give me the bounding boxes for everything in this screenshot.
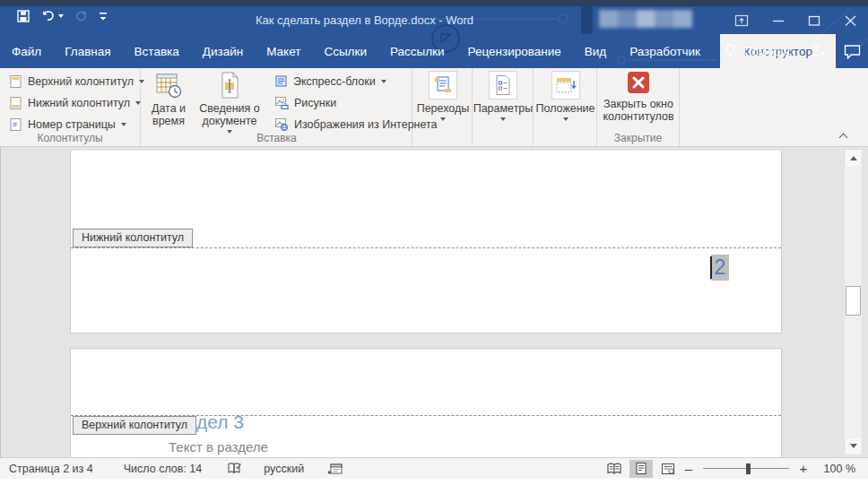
save-button[interactable]	[16, 9, 30, 23]
ribbon: Верхний колонтитул Нижний колонтитул #	[0, 68, 868, 147]
options-label: Параметры	[473, 102, 534, 115]
tab-insert[interactable]: Вставка	[123, 34, 191, 68]
position-button[interactable]: Положение	[534, 71, 597, 121]
read-mode-icon	[606, 463, 622, 475]
navigation-button[interactable]: Переходы	[413, 71, 473, 121]
zoom-in-button[interactable]: +	[798, 461, 809, 476]
undo-button[interactable]	[41, 10, 64, 22]
web-layout-button[interactable]	[656, 460, 680, 478]
footer-button[interactable]: Нижний колонтитул	[4, 93, 150, 112]
word-count[interactable]: Число слов: 14	[115, 463, 212, 475]
section-body-text[interactable]: Текст в разделе	[169, 439, 268, 455]
customize-qat-button[interactable]	[99, 11, 108, 22]
word-window: Как сделать раздел в Ворде.docx - Word	[0, 0, 868, 485]
dropdown-caret-icon	[381, 80, 386, 83]
language-indicator[interactable]: русский	[255, 463, 313, 475]
group-label: Вставка	[142, 132, 412, 144]
share-person-icon[interactable]	[808, 43, 826, 59]
page-number-field[interactable]: 2	[711, 255, 729, 281]
document-info-label: Сведения о документе	[194, 102, 265, 127]
status-bar-right: – + 100 %	[603, 460, 868, 478]
app-header: Как сделать раздел в Ворде.docx - Word	[0, 6, 868, 68]
header-button[interactable]: Верхний колонтитул	[4, 72, 150, 91]
proofing-status[interactable]	[218, 462, 251, 475]
tab-design[interactable]: Дизайн	[191, 34, 255, 68]
group-insert: Дата и время Сведения о документе	[142, 68, 412, 146]
footer-tag: Нижний колонтитул	[73, 229, 193, 247]
position-label: Положение	[535, 102, 595, 115]
undo-caret-icon	[58, 14, 64, 18]
page-2[interactable]: Раздел 3 Верхний колонтитул Текст в разд…	[70, 348, 782, 457]
position-icon	[551, 71, 580, 100]
minimize-button[interactable]	[772, 13, 785, 28]
maximize-button[interactable]	[808, 13, 820, 28]
header-button-label: Верхний колонтитул	[28, 75, 134, 88]
document-info-button[interactable]: Сведения о документе	[194, 71, 265, 134]
close-header-footer-label: Закрыть окно колонтитулов	[597, 98, 680, 123]
zoom-slider[interactable]	[703, 463, 789, 475]
footer-icon	[9, 96, 22, 110]
date-time-button[interactable]: Дата и время	[145, 71, 192, 127]
undo-icon	[41, 10, 56, 22]
header-tag: Верхний колонтитул	[73, 416, 196, 435]
group-headers-footers: Верхний колонтитул Нижний колонтитул #	[0, 68, 141, 146]
page-number-button[interactable]: # Номер страницы	[4, 115, 150, 134]
save-icon	[16, 9, 30, 23]
zoom-percentage[interactable]: 100 %	[812, 463, 855, 475]
options-button[interactable]: Параметры	[473, 71, 534, 121]
comments-icon[interactable]	[844, 44, 861, 59]
pictures-icon	[274, 96, 289, 109]
tab-developer[interactable]: Разработчик	[618, 34, 712, 68]
web-layout-icon	[661, 463, 675, 475]
navigation-label: Переходы	[417, 102, 470, 115]
print-layout-icon	[635, 462, 647, 475]
ribbon-display-options-button[interactable]	[734, 13, 749, 28]
dropdown-caret-icon	[135, 101, 141, 105]
text-cursor	[710, 256, 712, 279]
group-options: Параметры	[473, 68, 534, 146]
tell-me-helper[interactable]: Помощн	[725, 43, 790, 59]
close-header-footer-button[interactable]: Закрыть окно колонтитулов	[597, 71, 680, 123]
helper-label: Помощн	[742, 45, 790, 58]
quick-access-toolbar	[16, 9, 108, 23]
close-button[interactable]	[844, 13, 857, 28]
macro-recording-button[interactable]	[318, 463, 352, 475]
customize-qat-icon	[99, 11, 108, 22]
online-pictures-icon	[274, 117, 289, 131]
document-info-icon	[218, 71, 241, 100]
collapse-ribbon-button[interactable]	[839, 132, 846, 139]
dropdown-caret-icon	[121, 123, 126, 126]
dropdown-caret-icon	[563, 117, 569, 121]
dropdown-caret-icon	[500, 117, 506, 121]
proofing-book-icon	[227, 462, 242, 475]
vertical-scrollbar[interactable]	[844, 149, 863, 455]
header-icon	[9, 74, 22, 89]
tab-view[interactable]: Вид	[573, 34, 618, 68]
tab-layout[interactable]: Макет	[255, 34, 312, 68]
window-controls	[734, 6, 857, 34]
document-title: Как сделать раздел в Ворде.docx - Word	[256, 13, 473, 27]
tab-references[interactable]: Ссылки	[312, 34, 378, 68]
page-indicator[interactable]: Страница 2 из 4	[0, 463, 102, 475]
document-workspace[interactable]: Нижний колонтитул 2 Раздел 3 Верхний кол…	[0, 147, 868, 457]
zoom-out-button[interactable]: –	[683, 461, 694, 476]
pictures-label: Рисунки	[294, 97, 336, 109]
tab-file[interactable]: Файл	[0, 34, 53, 68]
scrollbar-thumb[interactable]	[846, 286, 861, 316]
zoom-slider-thumb[interactable]	[746, 463, 751, 474]
print-layout-button[interactable]	[629, 460, 653, 478]
date-time-label: Дата и время	[145, 102, 192, 127]
quick-parts-label: Экспресс-блоки	[293, 75, 376, 88]
close-header-footer-icon	[627, 71, 650, 94]
tab-mailings[interactable]: Рассылки	[378, 34, 456, 68]
date-time-icon	[155, 71, 182, 100]
scroll-up-button[interactable]	[846, 151, 861, 166]
scroll-down-button[interactable]	[846, 438, 861, 454]
group-navigation: Переходы	[413, 68, 473, 146]
read-mode-button[interactable]	[603, 460, 626, 478]
footer-boundary-line	[71, 247, 781, 248]
tab-home[interactable]: Главная	[53, 34, 122, 68]
page-1[interactable]: Нижний колонтитул 2	[70, 151, 782, 333]
redo-button[interactable]	[74, 10, 88, 22]
tab-review[interactable]: Рецензирование	[456, 34, 573, 68]
